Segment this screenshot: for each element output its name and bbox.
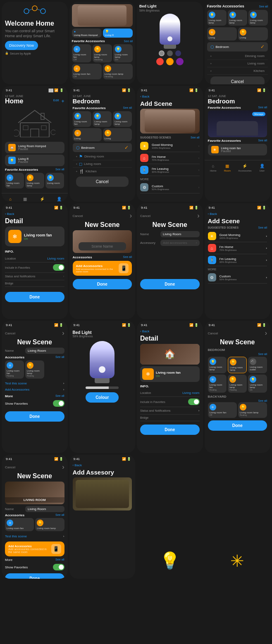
name-val-r5[interactable]: Living Room <box>25 506 64 512</box>
room-living-sel[interactable]: ◦◻ Living room <box>73 160 132 168</box>
scene-leaving-2[interactable]: 🚶 I'm Leaving 30% Brightness › <box>208 254 267 266</box>
scene-home-2[interactable]: ⌂ I'm Home 70% Brightness › <box>208 242 267 254</box>
acc-fan-extra[interactable]: ❄ Living room fan Off <box>72 64 102 79</box>
add-acc-banner-r5[interactable]: Add Accessories Add accessories connecte… <box>5 541 64 556</box>
bed-acc-1[interactable]: 💡 Living room fan <box>73 111 92 127</box>
room-list-living[interactable]: ◦ Living room <box>207 60 268 67</box>
scene-custom[interactable]: ⚙ Custom 50% Brightness › <box>140 181 200 193</box>
r5-acc-lamp[interactable]: 💡 Living room lamp <box>35 518 64 531</box>
status-r4[interactable]: Status and Notifications › <box>140 407 200 415</box>
nav-home-2[interactable]: ⌂Home <box>210 163 217 172</box>
nav-home[interactable]: ⌂Home <box>7 196 14 202</box>
discovery-button[interactable]: Discovery Now <box>5 41 38 50</box>
room-bedroom-sel[interactable]: ⬡ Bedroom ✓ <box>73 143 132 152</box>
bed-ns-4[interactable]: ❄ Living room fan Heating <box>208 374 227 393</box>
scene-leaving[interactable]: 🚶 I'm Leaving 30% Brightness › <box>140 164 200 176</box>
device-living-row[interactable]: 💡 Living R Paused <box>5 155 64 166</box>
nav-room[interactable]: ▦Room <box>21 196 28 202</box>
scene-morning[interactable]: ☀ Good Morning 100% Brightness › <box>140 140 200 152</box>
done-r4s1[interactable]: Done <box>5 411 64 422</box>
cancel-ns2[interactable]: Cancel <box>140 214 150 218</box>
manage-btn[interactable]: Manage <box>252 112 265 116</box>
acc-item-3[interactable]: 💡 Living room lamp On <box>113 44 133 62</box>
r4-acc-lamp[interactable]: 💡 Living room lamp Heating <box>25 360 44 379</box>
fan-device-row[interactable]: ❄ Living room fan Paused <box>208 144 267 155</box>
fav-living-1[interactable]: ❄ Living <box>207 27 237 41</box>
bed-acc-2[interactable]: 💡 Living room lamp <box>93 111 112 127</box>
device-hompod-row[interactable]: 🏠 Living Room Hompod Paused <box>5 142 64 153</box>
room-list-dinning[interactable]: ◦ Dinning room <box>207 52 268 60</box>
back-btn-2[interactable]: ‹ Back <box>208 212 267 216</box>
r4-acc-fan[interactable]: ❄ Living room fan Heating <box>5 360 24 379</box>
fav-r4[interactable]: Include in Favorites <box>140 397 200 407</box>
nav-user[interactable]: 👤User <box>56 196 62 202</box>
bed-acc-3[interactable]: 💡 Living room lamp <box>113 111 132 127</box>
cancel-r5s1[interactable]: Cancel <box>5 465 15 469</box>
nav-room-2[interactable]: ▦Room <box>224 163 231 172</box>
fav-lamp-2[interactable]: 💡 Living room lamp <box>228 10 247 26</box>
colour-btn[interactable]: Colour <box>86 392 119 403</box>
bed-acc-4[interactable]: ❄ Living <box>73 128 102 141</box>
fav-row[interactable]: Include in Favorites <box>5 262 64 273</box>
acc-room-r2[interactable]: 💡 Living room <box>45 173 64 188</box>
bed-acc-5[interactable]: 💡 Living <box>103 128 132 141</box>
see-all-link[interactable]: See all <box>124 40 133 43</box>
test-scene-r5[interactable]: Test this scene › <box>5 533 64 540</box>
back-ns-1[interactable]: ❄ Living room fan Off <box>208 402 237 418</box>
acc-item-1[interactable]: ❄ Living room fan Off <box>72 44 91 62</box>
fav-see-all[interactable]: See all <box>259 5 268 8</box>
fav-toggle[interactable] <box>53 264 64 271</box>
acc-fan-r2[interactable]: ❄ Living room fan <box>5 173 24 188</box>
scene-morning-2[interactable]: ☀ Good Morning 100% Brightness › <box>208 230 267 242</box>
nav-acc[interactable]: ⚡Accessories <box>238 163 251 172</box>
acc-item-2[interactable]: 💡 Living room lamp Heating <box>93 44 112 62</box>
r5-acc-fan[interactable]: ❄ Living room fan <box>5 518 34 531</box>
bed-ns-5[interactable]: 💡 Living room lamp Heating <box>228 374 247 393</box>
cancel-r4s1[interactable]: Cancel <box>5 332 15 335</box>
add-acc-row[interactable]: Add Accessories › <box>5 386 64 393</box>
done-btn-scene[interactable]: Done <box>73 279 132 289</box>
room-dinning-sel[interactable]: ◦⚑ Dinning room <box>73 153 132 160</box>
back-btn-detail2[interactable]: ‹ Back <box>140 329 200 333</box>
accessory-placeholder[interactable]: Add accessories › <box>160 240 200 246</box>
bed-ns-1[interactable]: 💡 Living room lamp <box>208 357 227 373</box>
done-r4s3[interactable]: Done <box>140 425 200 435</box>
bed-ns-3[interactable]: 🔌 Living room outlet <box>248 357 267 373</box>
back-btn-assesory[interactable]: ‹ Back <box>73 463 132 467</box>
cancel-r4s4[interactable]: Cancel <box>208 332 218 335</box>
edit-btn[interactable]: Edit <box>53 98 59 104</box>
done-r4s4[interactable]: Done <box>208 420 267 431</box>
bed-ns-6[interactable]: 💡 Living room lamp On <box>248 374 267 393</box>
bed-ns-2[interactable]: 💡 Living room lamp <box>228 357 247 373</box>
scene-custom-2[interactable]: ⚙ Custom 50% Brightness › <box>208 272 267 284</box>
show-fav-toggle[interactable] <box>53 400 64 407</box>
acc-lamp-r2[interactable]: 💡 Living room lamp <box>25 173 44 188</box>
fav-toggle-2[interactable] <box>188 398 200 405</box>
add-acc-banner-1[interactable]: Add Accessories Add accessories connecte… <box>73 261 132 276</box>
room-list-kitchen[interactable]: ◦ Kitchen <box>207 67 268 75</box>
done-btn-ns2[interactable]: Done <box>140 279 200 289</box>
fav-living-2[interactable]: 💡 Living <box>238 27 268 41</box>
fav-lamp-3[interactable]: 💡 Living room lamp <box>248 10 268 26</box>
done-r5[interactable]: Done <box>5 573 64 579</box>
done-btn-detail[interactable]: Done <box>5 292 64 302</box>
name-val-r4[interactable]: Living Room <box>25 348 64 354</box>
nav-automation[interactable]: ⚡Automation <box>36 196 48 202</box>
back-btn-detail[interactable]: ‹ Back <box>5 212 64 216</box>
name-value[interactable]: Living Room <box>160 231 200 237</box>
cancel-button-1[interactable]: Cancel <box>210 76 265 84</box>
status-notif-row[interactable]: Status and Notifications › <box>5 273 64 280</box>
plus-btn[interactable]: + <box>61 98 64 104</box>
back-btn-1[interactable]: ‹ Back <box>140 95 200 98</box>
fav-lamp-1[interactable]: 💡 Living room lamp <box>207 10 227 26</box>
cancel-new-scene[interactable]: Cancel <box>73 214 83 218</box>
test-scene-row[interactable]: Test this scene › <box>5 380 64 386</box>
back-ns-2[interactable]: 💡 Living room lamp Heating <box>238 402 267 418</box>
acc-lamp-extra[interactable]: 💡 Living room lamp Heating <box>103 64 133 79</box>
scene-name-input[interactable] <box>79 242 126 250</box>
nav-user-2[interactable]: 👤User <box>259 163 265 172</box>
room-kitchen-sel[interactable]: ◦🍴 Kitchen <box>73 168 132 175</box>
cancel-btn-bedroom[interactable]: Cancel <box>76 177 129 187</box>
show-fav-toggle-r5[interactable] <box>53 564 64 570</box>
scene-home[interactable]: ⌂ I'm Home 70% Brightness › <box>140 152 200 164</box>
